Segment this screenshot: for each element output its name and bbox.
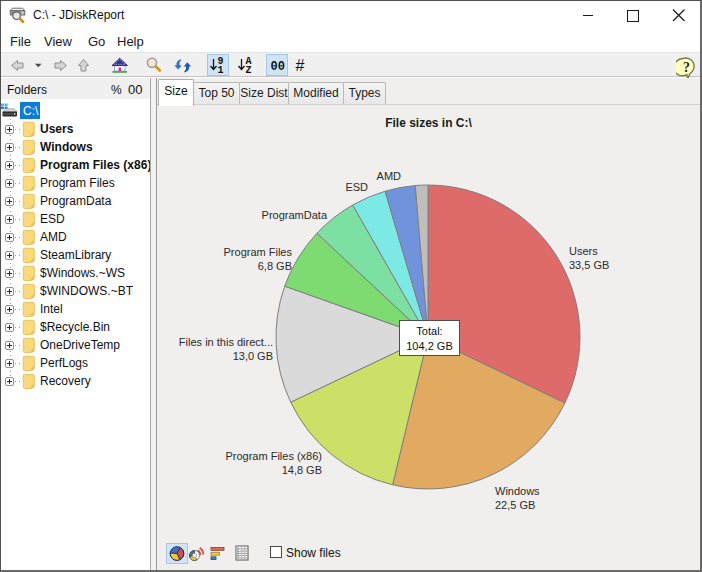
svg-text:?: ? (683, 60, 690, 75)
svg-text:00: 00 (271, 60, 285, 74)
svg-text:#: # (296, 57, 305, 74)
svg-text:Z: Z (246, 65, 252, 76)
svg-text:1: 1 (218, 65, 224, 76)
